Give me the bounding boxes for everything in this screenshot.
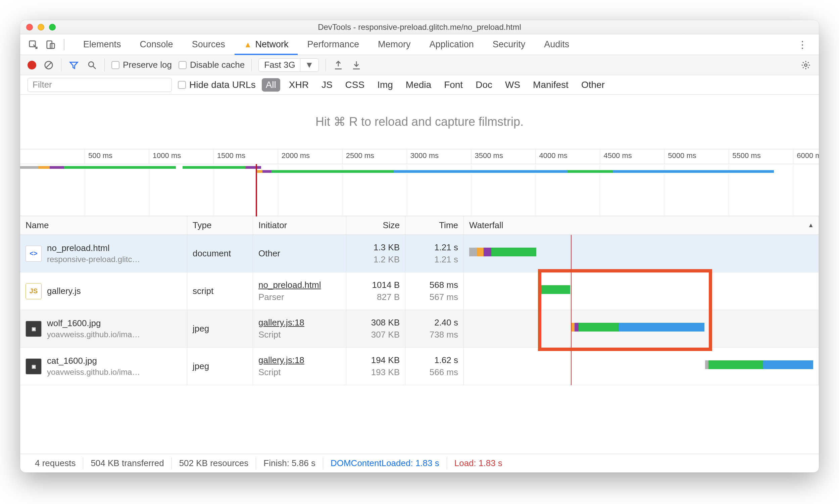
- request-time: 1.21 s1.21 s: [406, 235, 464, 272]
- panel-tabs: ElementsConsoleSources▲NetworkPerformanc…: [20, 34, 819, 55]
- waterfall-cell[interactable]: [464, 310, 819, 347]
- request-type: document: [187, 235, 253, 272]
- col-name[interactable]: Name: [20, 216, 187, 235]
- col-initiator[interactable]: Initiator: [253, 216, 346, 235]
- status-requests: 4 requests: [28, 457, 83, 469]
- svg-line-4: [46, 62, 52, 68]
- tab-memory[interactable]: Memory: [369, 34, 420, 55]
- timeline-overview[interactable]: 500 ms1000 ms1500 ms2000 ms2500 ms3000 m…: [20, 149, 819, 216]
- inspect-element-icon[interactable]: [28, 39, 39, 50]
- device-toolbar-icon[interactable]: [45, 39, 56, 50]
- svg-point-7: [804, 64, 807, 67]
- request-time: 2.40 s738 ms: [406, 310, 464, 347]
- status-transferred: 504 KB transferred: [83, 457, 172, 469]
- waterfall-cell[interactable]: [464, 348, 819, 385]
- load-marker: [256, 164, 257, 216]
- titlebar: DevTools - responsive-preload.glitch.me/…: [20, 20, 819, 34]
- filter-type-xhr[interactable]: XHR: [285, 78, 313, 92]
- table-row[interactable]: JSgallery.jsscriptno_preload.htmlParser1…: [20, 272, 819, 310]
- col-time[interactable]: Time: [406, 216, 464, 235]
- initiator-type: Script: [258, 366, 304, 378]
- chevron-down-icon: ▼: [300, 59, 319, 71]
- filter-type-other[interactable]: Other: [577, 78, 609, 92]
- col-type[interactable]: Type: [187, 216, 253, 235]
- minimize-window-button[interactable]: [38, 24, 44, 31]
- tab-application[interactable]: Application: [420, 34, 483, 55]
- initiator-link[interactable]: no_preload.html: [258, 279, 321, 291]
- col-waterfall[interactable]: Waterfall▲: [464, 216, 819, 235]
- status-resources: 502 KB resources: [172, 457, 256, 469]
- filter-type-doc[interactable]: Doc: [471, 78, 496, 92]
- filter-bar: Filter Hide data URLs AllXHRJSCSSImgMedi…: [20, 75, 819, 95]
- tab-sources[interactable]: Sources: [182, 34, 235, 55]
- table-row[interactable]: ▣cat_1600.jpgyoavweiss.github.io/ima…jpe…: [20, 348, 819, 385]
- tick: 5000 ms: [664, 149, 696, 164]
- tick: 4500 ms: [600, 149, 631, 164]
- tab-audits[interactable]: Audits: [535, 34, 578, 55]
- request-size: 194 KB193 KB: [346, 348, 406, 385]
- filter-type-css[interactable]: CSS: [341, 78, 369, 92]
- close-window-button[interactable]: [26, 24, 33, 31]
- tab-elements[interactable]: Elements: [74, 34, 130, 55]
- request-name: cat_1600.jpg: [47, 355, 140, 367]
- filter-type-img[interactable]: Img: [373, 78, 397, 92]
- filter-type-ws[interactable]: WS: [501, 78, 524, 92]
- clear-icon[interactable]: [43, 59, 54, 71]
- status-finish: Finish: 5.86 s: [256, 457, 323, 469]
- waterfall-cell[interactable]: [464, 235, 819, 272]
- settings-icon[interactable]: [800, 59, 811, 71]
- record-button[interactable]: [28, 61, 36, 70]
- filter-type-media[interactable]: Media: [402, 78, 435, 92]
- request-size: 1014 B827 B: [346, 272, 406, 310]
- request-type: script: [187, 272, 253, 310]
- upload-icon[interactable]: [333, 59, 344, 71]
- request-size: 1.3 KB1.2 KB: [346, 235, 406, 272]
- search-icon[interactable]: [86, 59, 98, 71]
- request-origin: yoavweiss.github.io/ima…: [47, 367, 140, 377]
- filter-type-all[interactable]: All: [262, 78, 280, 92]
- window-title: DevTools - responsive-preload.glitch.me/…: [318, 22, 521, 32]
- more-tabs-icon[interactable]: ⋮: [794, 39, 811, 50]
- status-dcl: DOMContentLoaded: 1.83 s: [323, 457, 447, 469]
- waterfall-cell[interactable]: [464, 272, 819, 310]
- tab-network[interactable]: ▲Network: [235, 34, 298, 55]
- tick: 2500 ms: [342, 149, 374, 164]
- filter-type-js[interactable]: JS: [318, 78, 337, 92]
- tab-performance[interactable]: Performance: [298, 34, 369, 55]
- tick: 6000 ms: [793, 149, 819, 164]
- tick: 3500 ms: [471, 149, 503, 164]
- disable-cache-checkbox[interactable]: Disable cache: [179, 60, 245, 70]
- col-size[interactable]: Size: [346, 216, 406, 235]
- status-load: Load: 1.83 s: [447, 457, 510, 469]
- filter-type-manifest[interactable]: Manifest: [529, 78, 573, 92]
- initiator-type: Script: [258, 329, 304, 341]
- table-header[interactable]: Name Type Initiator Size Time Waterfall▲: [20, 216, 819, 235]
- filmstrip-hint: Hit ⌘ R to reload and capture filmstrip.: [20, 95, 819, 149]
- svg-point-5: [89, 62, 94, 67]
- file-type-icon: ▣: [25, 321, 42, 337]
- file-type-icon: JS: [25, 283, 42, 299]
- initiator-type: Parser: [258, 291, 321, 303]
- file-type-icon: <>: [25, 246, 42, 262]
- throttling-select[interactable]: Fast 3G▼: [258, 58, 319, 72]
- zoom-window-button[interactable]: [49, 24, 56, 31]
- preserve-log-checkbox[interactable]: Preserve log: [111, 60, 172, 70]
- requests-table: Name Type Initiator Size Time Waterfall▲…: [20, 216, 819, 454]
- tab-security[interactable]: Security: [483, 34, 535, 55]
- tick: 1500 ms: [213, 149, 245, 164]
- request-name: wolf_1600.jpg: [47, 318, 140, 329]
- request-origin: responsive-preload.glitc…: [47, 254, 140, 265]
- filter-toggle-icon[interactable]: [68, 59, 79, 71]
- initiator-link[interactable]: gallery.js:18: [258, 317, 304, 328]
- table-row[interactable]: ▣wolf_1600.jpgyoavweiss.github.io/ima…jp…: [20, 310, 819, 348]
- tick: 2000 ms: [278, 149, 310, 164]
- hide-data-urls-checkbox[interactable]: Hide data URLs: [178, 79, 256, 90]
- initiator-link[interactable]: gallery.js:18: [258, 354, 304, 366]
- filter-type-font[interactable]: Font: [440, 78, 467, 92]
- tab-console[interactable]: Console: [130, 34, 182, 55]
- filter-input[interactable]: Filter: [28, 78, 172, 92]
- table-row[interactable]: <>no_preload.htmlresponsive-preload.glit…: [20, 235, 819, 272]
- download-icon[interactable]: [351, 59, 362, 71]
- devtools-window: DevTools - responsive-preload.glitch.me/…: [20, 20, 819, 472]
- request-time: 568 ms567 ms: [406, 272, 464, 310]
